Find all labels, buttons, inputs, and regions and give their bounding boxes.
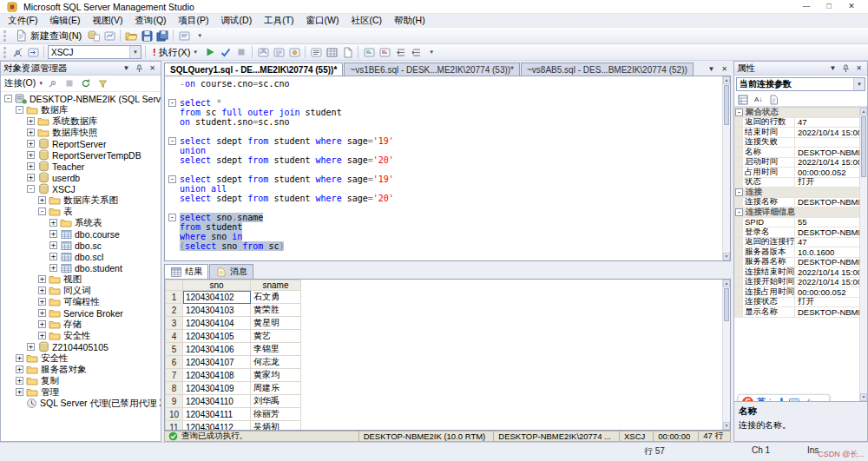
debug-play-icon[interactable] [203,45,217,59]
property-row[interactable]: 服务器名称DESKTOP-NBME2IK [734,258,867,268]
code-line[interactable]: -select sdept from student where sage='1… [165,175,730,184]
close-button[interactable]: ✕ [840,0,863,13]
grid-cell[interactable]: 刘华禹 [251,395,301,408]
grid-row-number[interactable]: 5 [166,343,183,356]
grid-row-number[interactable]: 1 [166,291,183,304]
chevron-down-icon[interactable]: ▼ [38,81,43,86]
editor-scrollbar[interactable]: ▲ ▼ [722,76,730,260]
code-line[interactable]: select sdept from student where sage='20… [165,194,730,203]
document-tab-2[interactable]: ~vs1BE6.sql - DESK...ME2IK\20774 (53))* [344,63,520,76]
grid-row-number[interactable]: 11 [166,421,183,431]
scroll-thumb[interactable] [861,116,866,177]
window-position-icon[interactable]: ▼ [827,64,838,72]
grid-row-number[interactable]: 3 [166,317,183,330]
tree-expander[interactable]: + [38,320,46,328]
toolbar-options-icon[interactable]: ▼ [424,45,438,59]
grid-cell[interactable]: 李锦里 [251,343,301,356]
results-to-text-icon[interactable] [309,45,323,59]
code-line[interactable]: union [165,146,730,155]
sogou-logo-icon[interactable]: S [742,397,753,402]
results-tab-1[interactable]: 结果 [164,264,208,279]
disconnect-icon[interactable] [46,76,60,90]
grid-row-number[interactable]: 8 [166,382,183,395]
property-row[interactable]: 连接失败 [734,138,867,148]
tree-item[interactable]: +系统数据库 [1,115,161,127]
property-row[interactable]: 连接结束时间2022/10/14 15:00:3 [734,267,867,278]
active-files-icon[interactable]: ▼ [706,63,717,75]
menu-item-2[interactable]: 编辑(E) [43,14,86,28]
toolbar-grip[interactable] [3,47,7,58]
code-line[interactable] [165,165,730,175]
code-line[interactable]: select sdept from student where sage='20… [165,155,730,165]
tree-expander[interactable]: + [16,388,23,396]
property-row[interactable]: 连接开始时间2022/10/14 15:00:3 [734,278,867,288]
tree-item[interactable]: +视图 [1,273,161,285]
tree-expander[interactable]: + [27,162,35,170]
close-document-icon[interactable]: ✕ [719,63,730,75]
intellisense-icon[interactable] [287,45,301,59]
tree-expander[interactable]: + [27,343,35,351]
tree-expander[interactable]: + [38,196,46,204]
tree-item[interactable]: +复制 [1,375,161,386]
tree-item[interactable]: +Z2104405105 [1,341,161,352]
tree-item[interactable]: +管理 [1,386,161,398]
scroll-down-icon[interactable]: ▼ [723,422,730,430]
results-to-grid-icon[interactable] [325,45,339,59]
category-toggle[interactable]: - [735,208,743,216]
property-row[interactable]: 连接状态打开 [734,298,867,308]
tree-expander[interactable]: + [16,366,23,373]
grid-cell[interactable]: 1204304112 [183,421,251,431]
connect-button[interactable]: 连接(O) [4,77,36,89]
document-tab-3[interactable]: ~vs8AB5.sql - DES...BME2IK\20774 (52)) [521,63,694,76]
tree-item[interactable]: -XSCJ [1,183,161,194]
grid-cell[interactable]: 周建乐 [251,382,301,395]
input-punctuation-indicator[interactable]: ’, [769,398,773,402]
menu-item-8[interactable]: 窗口(W) [300,14,345,28]
tree-expander[interactable]: + [27,140,35,148]
property-row[interactable]: SPID55 [734,218,867,228]
cancel-query-icon[interactable] [234,45,248,59]
change-connection-icon[interactable] [26,45,40,59]
grid-cell[interactable]: 1204304104 [183,317,251,330]
code-line[interactable]: from sc full outer join student [165,108,730,117]
minimize-button[interactable]: — [795,0,818,13]
database-engine-query-icon[interactable] [87,29,101,43]
query-options-icon[interactable] [272,45,286,59]
chevron-down-icon[interactable]: ▼ [853,78,865,90]
fold-toggle[interactable]: - [168,175,176,183]
property-row[interactable]: 显示名称DESKTOP-NBME2IK [734,307,867,318]
scroll-up-icon[interactable]: ▲ [860,108,867,115]
analysis-query-icon[interactable] [102,29,116,43]
stop-icon[interactable] [62,76,76,90]
tree-expander[interactable]: - [38,207,46,215]
code-line[interactable]: -select sno,sname [165,213,730,222]
code-line[interactable]: on student.sno=sc.sno [165,117,730,127]
tree-item[interactable]: +系统表 [1,217,161,228]
increase-indent-icon[interactable] [409,45,423,59]
grid-row-number[interactable]: 9 [166,395,183,408]
tree-expander[interactable]: + [49,241,57,249]
categorized-icon[interactable] [737,94,749,106]
code-line[interactable]: -select sdept from student where sage='1… [165,136,730,146]
grid-cell[interactable]: 徐丽芳 [251,408,301,421]
grid-cell[interactable]: 1204304110 [183,395,251,408]
decrease-indent-icon[interactable] [393,45,407,59]
grid-cell[interactable]: 1204304109 [183,382,251,395]
close-icon[interactable]: ✕ [853,64,865,72]
scroll-down-icon[interactable]: ▼ [723,253,730,260]
tree-item[interactable]: -表 [1,206,161,217]
property-category[interactable]: -连接 [734,188,867,198]
property-pages-icon[interactable] [767,94,779,106]
show-estimated-plan-icon[interactable] [256,45,270,59]
grid-cell[interactable]: 1204304108 [183,369,251,382]
property-row[interactable]: 返回的连接行数47 [734,238,867,248]
pin-icon[interactable] [840,64,852,73]
tree-item[interactable]: +安全性 [1,330,161,341]
refresh-icon[interactable] [79,76,93,90]
scroll-up-icon[interactable]: ▲ [723,76,730,84]
grid-cell[interactable]: 黄荣胜 [251,304,301,317]
alphabetical-sort-icon[interactable]: A↓ [752,95,765,104]
grid-row-number[interactable]: 6 [166,356,183,369]
property-category[interactable]: -连接详细信息 [734,207,867,218]
open-file-icon[interactable] [124,29,138,43]
